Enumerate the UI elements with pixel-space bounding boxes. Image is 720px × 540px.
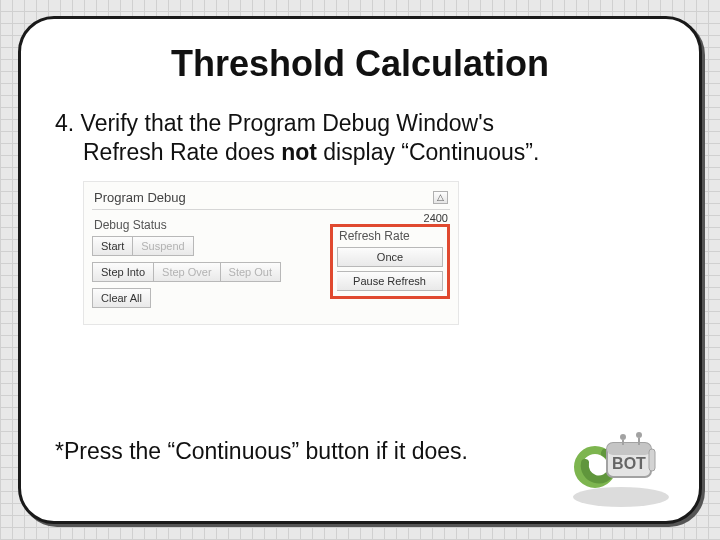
robot-logo: BOT <box>561 423 681 509</box>
step-line2a: Refresh Rate does <box>83 139 281 165</box>
program-debug-panel: Program Debug △ Debug Status Start Suspe… <box>83 181 459 325</box>
panel-title: Program Debug <box>94 190 186 205</box>
slide-card: Threshold Calculation 4. Verify that the… <box>18 16 702 524</box>
collapse-icon[interactable]: △ <box>433 191 448 204</box>
refresh-rate-label: Refresh Rate <box>339 229 443 243</box>
step-text: 4. Verify that the Program Debug Window'… <box>55 109 665 167</box>
pause-refresh-button[interactable]: Pause Refresh <box>337 271 443 291</box>
start-button[interactable]: Start <box>92 236 133 256</box>
debug-status-label: Debug Status <box>94 218 320 232</box>
step-out-button[interactable]: Step Out <box>221 262 281 282</box>
svg-rect-5 <box>649 449 655 471</box>
step-into-button[interactable]: Step Into <box>92 262 154 282</box>
step-line2-strong: not <box>281 139 317 165</box>
debug-status-group: Debug Status Start Suspend Step Into Ste… <box>92 216 320 314</box>
svg-rect-3 <box>607 443 651 455</box>
slide-title: Threshold Calculation <box>55 43 665 85</box>
svg-point-8 <box>636 432 642 438</box>
suspend-button[interactable]: Suspend <box>133 236 193 256</box>
timecode: 2400 <box>424 212 448 224</box>
refresh-rate-highlight: Refresh Rate Once Pause Refresh <box>330 224 450 299</box>
svg-point-0 <box>573 487 669 507</box>
once-button[interactable]: Once <box>337 247 443 267</box>
panel-header: Program Debug △ <box>92 188 450 210</box>
step-line2b: display “Continuous”. <box>317 139 539 165</box>
clear-all-button[interactable]: Clear All <box>92 288 151 308</box>
step-over-button[interactable]: Step Over <box>154 262 221 282</box>
footnote: *Press the “Continuous” button if it doe… <box>55 438 468 465</box>
refresh-rate-group: 2400 Refresh Rate Once Pause Refresh <box>330 216 450 314</box>
step-number: 4. <box>55 110 74 136</box>
step-line1: Verify that the Program Debug Window's <box>81 110 494 136</box>
svg-point-6 <box>620 434 626 440</box>
svg-text:BOT: BOT <box>612 455 646 472</box>
